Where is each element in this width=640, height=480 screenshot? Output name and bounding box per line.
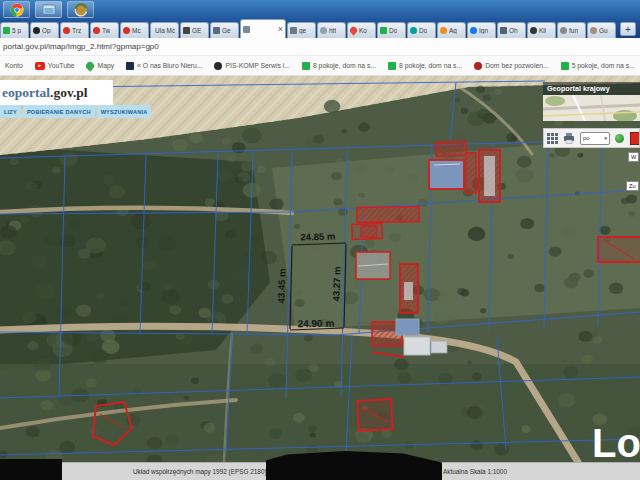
browser-tab-10[interactable]: ge <box>287 22 316 38</box>
square-icon <box>3 27 10 34</box>
folder-window-icon <box>42 4 56 16</box>
bookmark-label: YouTube <box>48 62 75 69</box>
new-tab-button[interactable]: + <box>620 22 636 36</box>
globe-swirl-icon <box>74 3 88 17</box>
bookmark-item-7[interactable]: 8 pokoje, dom na s... <box>388 62 462 70</box>
bookmark-label: Konto <box>5 62 23 69</box>
square-icon <box>302 62 310 70</box>
measurement-label-left: 43.45 m <box>275 268 287 303</box>
tab-label: Tw <box>102 27 110 34</box>
bookmark-item-5[interactable]: PIS-KOMP Serwis i... <box>214 62 289 70</box>
bookmark-label: « O nas Biuro Nieru... <box>137 62 202 69</box>
geoportal-menu: LIZYPOBIERANIE DANYCHWYSZUKIWANIA <box>0 105 151 118</box>
tab-label: 5 p <box>12 27 21 34</box>
browser-tab-11[interactable]: htt <box>317 22 346 38</box>
logo-text-suffix: .gov.pl <box>50 85 88 101</box>
browser-tab-17[interactable]: Oh <box>497 22 526 38</box>
bookmark-item-6[interactable]: 8 pokoje, dom na s... <box>302 62 376 70</box>
tab-close-icon[interactable]: × <box>278 25 283 34</box>
circle-icon <box>470 27 477 34</box>
bookmark-label: PIS-KOMP Serwis i... <box>225 62 289 69</box>
square-icon <box>380 27 387 34</box>
geoportal-logo: eoportal.gov.pl <box>0 80 113 105</box>
layers-grid-icon[interactable] <box>547 133 558 144</box>
browser-tab-1[interactable]: 5 p <box>0 22 29 38</box>
geoportal-menu-item-2[interactable]: POBIERANIE DANYCH <box>23 105 95 118</box>
browser-tab-5[interactable]: Mc <box>120 22 149 38</box>
circle-icon <box>530 27 537 34</box>
browser-tab-16[interactable]: Ign <box>467 22 496 38</box>
circle-icon <box>63 27 70 34</box>
overview-panel: Geoportal krajowy <box>543 82 640 121</box>
bookmark-item-4[interactable]: « O nas Biuro Nieru... <box>126 62 202 70</box>
bookmark-item-1[interactable]: Konto <box>2 62 23 70</box>
bookmark-item-8[interactable]: Dom bez pozwolen... <box>474 62 548 70</box>
close-panel-button[interactable] <box>630 132 640 145</box>
redaction-left <box>0 459 62 480</box>
browser-tab-8[interactable]: Ge <box>210 22 239 38</box>
square-icon <box>126 62 134 70</box>
browser-tab-15[interactable]: Ag <box>437 22 466 38</box>
tab-label: Oh <box>509 27 518 34</box>
circle-icon <box>440 27 447 34</box>
browser-tab-12[interactable]: Ko <box>347 22 376 38</box>
measurement-label-right: 43.27 m <box>330 266 342 301</box>
panel-toolbar: po ▾ <box>543 128 640 148</box>
browser-tab-18[interactable]: Kli <box>527 22 556 38</box>
circle-icon <box>93 27 100 34</box>
tab-label: Do <box>389 27 397 34</box>
flag-icon <box>500 27 507 34</box>
browser-tab-20[interactable]: Gu <box>587 22 616 38</box>
browser-tab-9[interactable]: × <box>240 19 286 38</box>
print-icon[interactable] <box>563 133 575 144</box>
browser-tab-2[interactable]: Op <box>30 22 59 38</box>
browser-tab-14[interactable]: Do <box>407 22 436 38</box>
square-icon <box>213 27 220 34</box>
overview-minimap[interactable] <box>543 95 640 121</box>
geoportal-menu-item-3[interactable]: WYSZUKIWANIA <box>97 105 152 118</box>
map-chip-zu[interactable]: Zu <box>626 181 639 191</box>
bookmarks-bar: Konto▸YouTubeMapy« O nas Biuro Nieru...P… <box>0 56 640 76</box>
chevron-down-icon: ▾ <box>604 135 607 141</box>
browser-taskbar-button[interactable] <box>67 1 94 18</box>
circle-icon <box>474 62 482 70</box>
bookmark-label: 8 pokoje, dom na s... <box>399 62 462 69</box>
explorer-taskbar-button[interactable] <box>35 1 62 18</box>
watermark-text: Lo <box>592 421 640 462</box>
scale-dropdown[interactable]: po ▾ <box>580 132 610 145</box>
browser-tab-6[interactable]: Ula Mc <box>150 22 179 38</box>
geoportal-menu-item-1[interactable]: LIZY <box>0 105 21 118</box>
logo-text-main: eoportal <box>2 85 50 101</box>
bookmark-item-2[interactable]: ▸YouTube <box>35 62 75 70</box>
pin-icon <box>349 26 359 36</box>
tab-label: Gu <box>599 27 608 34</box>
pin-icon <box>85 60 96 71</box>
status-green-icon[interactable] <box>615 134 624 143</box>
tab-label: Trz <box>72 27 81 34</box>
browser-tab-4[interactable]: Tw <box>90 22 119 38</box>
tab-label: Kli <box>539 27 546 34</box>
tab-label: Ula Mc <box>155 27 175 34</box>
chrome-taskbar-button[interactable] <box>3 1 30 18</box>
map-chip-w[interactable]: W <box>628 152 639 162</box>
bookmark-label: 8 pokoje, dom na s... <box>313 62 376 69</box>
tab-label: Ign <box>479 27 488 34</box>
bookmark-item-9[interactable]: 5 pokoje, dom na s... <box>561 62 635 70</box>
tab-label: Mc <box>132 27 141 34</box>
square-icon <box>243 26 250 33</box>
circle-icon <box>33 27 40 34</box>
circle-icon <box>123 27 130 34</box>
url-text[interactable]: portal.gov.pl/imap/Imgp_2.html?gpmap=gp0 <box>0 42 159 51</box>
square-icon <box>561 62 569 70</box>
square-icon <box>183 27 190 34</box>
bookmark-item-3[interactable]: Mapy <box>86 62 114 70</box>
bookmark-label: 5 pokoje, dom na s... <box>572 62 635 69</box>
address-bar[interactable]: portal.gov.pl/imap/Imgp_2.html?gpmap=gp0 <box>0 38 640 56</box>
bookmark-label: Dom bez pozwolen... <box>485 62 548 69</box>
browser-tab-7[interactable]: GE <box>180 22 209 38</box>
browser-tab-3[interactable]: Trz <box>60 22 89 38</box>
browser-tab-13[interactable]: Do <box>377 22 406 38</box>
browser-tab-19[interactable]: fun <box>557 22 586 38</box>
tab-strip: 5 pOpTrzTwMcUla McGEGe×gehttKoDoDoAgIgnO… <box>0 19 640 38</box>
circle-icon <box>590 27 597 34</box>
